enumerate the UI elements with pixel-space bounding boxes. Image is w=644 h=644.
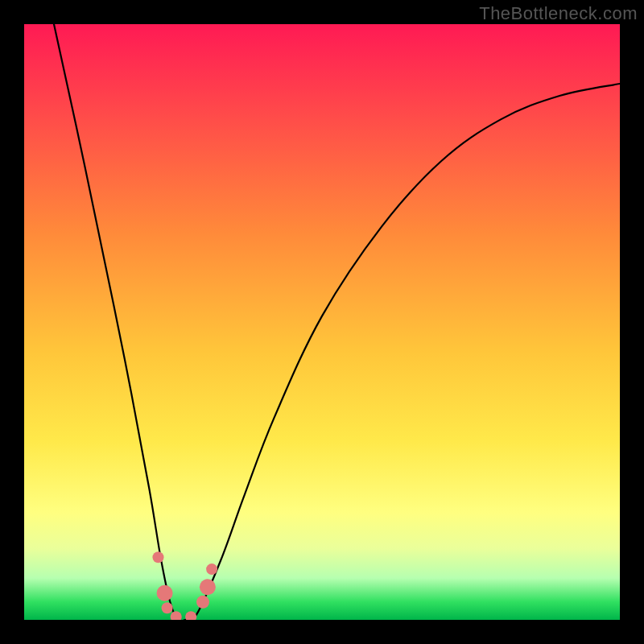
watermark-label: TheBottleneck.com <box>479 3 638 24</box>
highlight-dot <box>200 579 216 595</box>
highlight-dot <box>206 564 217 575</box>
bottleneck-curve <box>54 24 620 620</box>
highlight-dot <box>171 611 182 620</box>
highlight-dot <box>153 551 164 563</box>
curve-svg <box>24 24 620 620</box>
highlight-dot <box>157 585 173 601</box>
highlight-dot <box>185 611 196 620</box>
highlight-dot <box>162 602 173 613</box>
highlight-dot <box>196 596 209 609</box>
plot-area <box>24 24 620 620</box>
chart-frame: TheBottleneck.com <box>0 0 644 644</box>
